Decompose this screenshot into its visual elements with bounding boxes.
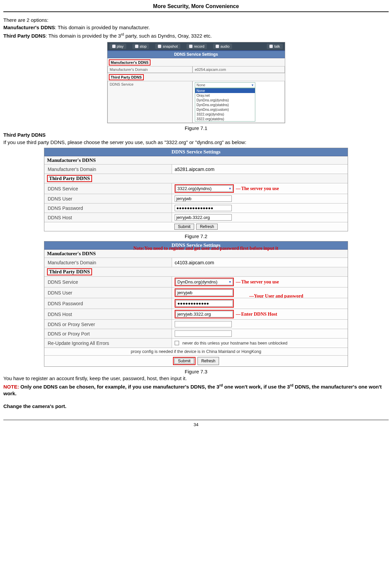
opt2-label: Third Party DDNS (3, 33, 46, 39)
ddns-user-label: DDNS User (44, 287, 172, 298)
proxy-server-input[interactable] (175, 321, 232, 327)
ddns-password-row: DDNS Password (44, 298, 348, 309)
note-sup1: rd (219, 383, 223, 387)
button-row: Submit Refresh (44, 222, 348, 231)
ddns-service-select[interactable]: DynDns.org(dyndns) ▾ (176, 279, 233, 285)
ddns-service-value: DynDns.org(dyndns) (177, 279, 217, 284)
toolbar-play[interactable]: play (110, 44, 126, 49)
annotation-note-top: Note:You need to register and get user a… (133, 246, 305, 251)
figure-7-3-caption: Figure 7.3 (3, 369, 389, 374)
ddns-host-label: DDNS Host (44, 309, 172, 319)
ddns-user-row: DDNS User —Your User and password (44, 287, 348, 298)
snapshot-icon (158, 45, 161, 48)
manuf-domain-value: a5281.aipcam.com (172, 165, 348, 174)
ddns-password-input[interactable] (175, 205, 232, 211)
submit-button[interactable]: Submit (174, 358, 194, 364)
ddns-user-input[interactable] (176, 289, 233, 296)
opt1-text: : This domain is provided by manufacture… (55, 25, 150, 30)
ddns-option[interactable]: DynDns.org(statdns) (195, 102, 255, 107)
ddns-option[interactable]: 3322.org(statdns) (195, 117, 255, 121)
figure-7-2-caption: Figure 7.2 (3, 233, 389, 239)
ddns-service-select[interactable]: 3322.org(dyndns) ▾ (176, 185, 233, 192)
proxy-server-label: DDNS or Proxy Server (44, 320, 172, 329)
ddns-user-input[interactable] (175, 195, 232, 202)
record-icon (189, 45, 192, 48)
manufacturer-section: Manufacturer's DDNS (44, 156, 348, 164)
refresh-button[interactable]: Refresh (196, 224, 218, 230)
page-header: More Security, More Convenience (3, 3, 389, 12)
third-party-label: Third Party DDNS (47, 175, 92, 182)
opt2-text2: party, such as Dyndns, Oray, 3322 etc. (124, 33, 212, 39)
stop-icon (135, 45, 138, 48)
ddns-user-row: DDNS User (44, 194, 348, 203)
figure-7-3-panel: DDNS Service Settings Manufacturer's DDN… (44, 241, 348, 367)
ddns-host-row: DDNS Host (44, 213, 348, 222)
ddns-host-label: DDNS Host (44, 213, 172, 222)
stop-label: stop (140, 44, 147, 48)
record-label: record (194, 44, 204, 48)
ddns-password-label: DDNS Password (44, 204, 172, 213)
manufacturer-ddns-section: Manufacturer's DDNS (109, 59, 151, 65)
ddns-option[interactable]: DynDns.org(dyndns) (195, 98, 255, 102)
play-icon (112, 45, 116, 48)
button-row: Submit Refresh (44, 355, 348, 366)
opt2-text: : This domain is provided by the 3 (46, 33, 121, 39)
ddns-service-row: DDNS Service 3322.org(dyndns) ▾ The serv… (44, 183, 348, 194)
ddns-service-options: None Oray.net DynDns.org(dyndns) DynDns.… (195, 88, 255, 122)
intro-opt2: Third Party DDNS: This domain is provide… (3, 32, 389, 39)
reupdate-checkbox[interactable] (175, 341, 179, 345)
ddns-host-input[interactable] (176, 311, 233, 317)
proxy-port-row: DDNS or Proxy Port (44, 329, 348, 338)
ddns-host-input[interactable] (175, 214, 232, 221)
talk-label: talk (274, 44, 280, 48)
ddns-service-selected: None (197, 83, 205, 87)
annotation-host: Enter DDNS Host (236, 312, 277, 317)
manufacturer-domain-row: Manufacturer's Domain e0254.aipcam.com (107, 66, 285, 73)
opt1-label: Manufacturer's DDNS (3, 25, 55, 30)
opt2-sup: rd (121, 32, 124, 36)
third-party-text: If you use third party DDNS, please choo… (3, 139, 389, 146)
manuf-domain-row: Manufacturer's Domain a5281.aipcam.com (44, 164, 348, 174)
ddns-service-label: DDNS Service (44, 277, 172, 287)
note-text2: one won't work, if use the 3 (223, 384, 290, 390)
manuf-domain-label: Manufacturer's Domain (44, 258, 172, 267)
ddns-option[interactable]: Oray.net (195, 93, 255, 98)
intro-prose: There are 2 options: Manufacturer's DDNS… (3, 17, 389, 39)
play-label: play (117, 44, 124, 48)
ddns-password-input[interactable] (176, 300, 233, 307)
third-party-label: Third Party DDNS (47, 268, 92, 275)
annotation-server: The server you use (236, 186, 279, 191)
outro-p2: Change the camera's port. (3, 403, 389, 410)
ddns-service-row: DDNS Service DynDns.org(dyndns) ▾ The se… (44, 276, 348, 287)
ddns-option[interactable]: None (195, 88, 255, 93)
ddns-service-dropdown[interactable]: None ▾ None Oray.net DynDns.org(dyndns) … (195, 82, 282, 122)
proxy-note-row: proxy config is needed if the device is … (44, 348, 348, 355)
intro-p1: There are 2 options: (3, 17, 389, 24)
toolbar-stop[interactable]: stop (132, 44, 149, 49)
toolbar-audio[interactable]: audio (213, 44, 232, 49)
ddns-service-row: DDNS Service None ▾ None Oray.net DynDns… (107, 81, 285, 123)
note-label: NOTE: (3, 384, 19, 390)
audio-icon (216, 45, 219, 48)
annotation-server: The server you use (236, 279, 279, 285)
manufacturer-domain-label: Manufacturer's Domain (107, 66, 192, 73)
manuf-domain-label: Manufacturer's Domain (44, 165, 172, 174)
submit-button[interactable]: Submit (174, 224, 194, 230)
manuf-domain-value: c4103.aipcam.com (172, 258, 348, 267)
outro-prose: You have to register an account firstly,… (3, 375, 389, 410)
ddns-service-value: 3322.org(dyndns) (177, 186, 212, 191)
ddns-password-label: DDNS Password (44, 298, 172, 309)
snapshot-label: snapshot (163, 44, 178, 48)
toolbar-snapshot[interactable]: snapshot (155, 44, 180, 49)
note-sup2: rd (290, 383, 294, 387)
ddns-user-label: DDNS User (44, 194, 172, 203)
refresh-button[interactable]: Refresh (198, 357, 219, 365)
ddns-option[interactable]: 3322.org(dyndns) (195, 112, 255, 117)
toolbar-talk[interactable]: talk (267, 44, 282, 49)
reupdate-text: never do this unless your hostname has b… (182, 341, 288, 346)
proxy-port-input[interactable] (175, 330, 232, 337)
audio-label: audio (220, 44, 229, 48)
proxy-port-label: DDNS or Proxy Port (44, 329, 172, 338)
ddns-option[interactable]: DynDns.org(custom) (195, 107, 255, 112)
toolbar-record[interactable]: record (186, 44, 207, 49)
